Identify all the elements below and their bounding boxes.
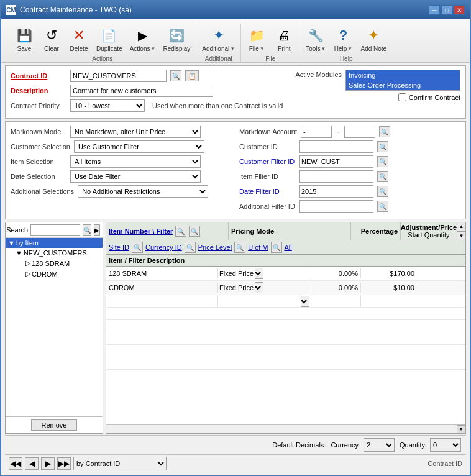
additional-button[interactable]: ✦ Additional ▼ xyxy=(199,24,238,54)
customer-id-label: Customer ID xyxy=(239,143,295,150)
customer-filter-id-lookup-button[interactable]: 🔍 xyxy=(377,156,388,167)
actions-button[interactable]: ▶ Actions ▼ xyxy=(127,24,159,54)
grid-scroll-col: ▲ ▼ xyxy=(457,222,465,240)
remove-button[interactable]: Remove xyxy=(31,419,78,431)
priority-select[interactable]: 10 - Lowest xyxy=(70,99,145,112)
markdown-account-lookup-button[interactable]: 🔍 xyxy=(379,126,390,137)
delete-button[interactable]: ✕ Delete xyxy=(66,24,92,54)
pricing-mode-label: Pricing Mode xyxy=(231,227,274,235)
tree-item-by-item[interactable]: ▼ by Item xyxy=(6,238,103,248)
nav-sort-select[interactable]: by Contract ID xyxy=(73,457,167,470)
customer-filter-id-input[interactable] xyxy=(299,155,373,168)
tree-item-128-sdram[interactable]: ▷ 128 SDRAM xyxy=(23,258,103,268)
priority-label: Contract Priority xyxy=(11,102,66,109)
item-filter-lookup1[interactable]: 🔍 xyxy=(175,226,186,237)
tools-icon: 🔧 xyxy=(306,25,326,45)
quantity-label: Quantity xyxy=(400,441,425,449)
date-selection-select[interactable]: Use Date Filter xyxy=(70,170,201,183)
customer-id-lookup-button[interactable]: 🔍 xyxy=(377,141,388,152)
price-level-lookup[interactable]: 🔍 xyxy=(234,242,245,253)
add-note-label: Add Note xyxy=(360,45,386,52)
tree-new-customers: ▼ NEW_CUSTOMERS ▷ 128 SDRAM ▷ CDROM xyxy=(6,248,103,279)
clear-button[interactable]: ↺ Clear xyxy=(39,24,65,54)
tree-item-new-customers[interactable]: ▼ NEW_CUSTOMERS xyxy=(13,248,103,258)
tree-item-cdrom[interactable]: ▷ CDROM xyxy=(23,268,103,279)
description-input[interactable] xyxy=(70,85,213,97)
active-modules-list[interactable]: Invoicing Sales Order Processing xyxy=(345,70,460,91)
currency-select[interactable]: 2 xyxy=(364,438,395,452)
pricing-mode-select-128sdram[interactable]: ▼ xyxy=(255,268,263,279)
grid-row-empty4 xyxy=(106,332,465,345)
middle-form-section: Markdown Mode No Markdown, alter Unit Pr… xyxy=(5,121,466,219)
additional-selections-select[interactable]: No Additional Restrictions xyxy=(78,185,208,198)
tools-button[interactable]: 🔧 Tools ▼ xyxy=(303,24,329,54)
close-button[interactable]: ✕ xyxy=(454,5,465,15)
pricing-mode-select-cdrom[interactable]: ▼ xyxy=(255,282,263,293)
markdown-account-input1[interactable] xyxy=(301,126,332,138)
contract-id-doc-button[interactable]: 📋 xyxy=(185,70,199,81)
date-filter-id-lookup-button[interactable]: 🔍 xyxy=(377,186,388,197)
scroll-down-button[interactable]: ▼ xyxy=(457,232,465,240)
minimize-button[interactable]: ─ xyxy=(429,5,440,15)
bottom-bar: Default Decimals: Currency 2 Quantity 0 xyxy=(5,435,466,454)
scroll-up-button[interactable]: ▲ xyxy=(457,222,465,232)
search-next-button[interactable]: ▶ xyxy=(94,224,100,236)
grid-scrollbar[interactable]: ▼ xyxy=(106,424,465,433)
help-button[interactable]: ? Help ▼ xyxy=(330,24,356,54)
currency-label: Currency xyxy=(331,441,359,449)
nav-next-button[interactable]: ▶ xyxy=(41,457,55,470)
search-go-button[interactable]: 🔍 xyxy=(83,224,91,236)
search-input[interactable] xyxy=(30,224,80,236)
hscroll-right-button[interactable]: ▼ xyxy=(457,425,465,434)
contract-id-lookup-button[interactable]: 🔍 xyxy=(170,70,181,81)
site-id-lookup[interactable]: 🔍 xyxy=(132,242,143,253)
item-filter-id-input[interactable] xyxy=(299,170,373,183)
customer-filter-id-label[interactable]: Customer Filter ID xyxy=(239,158,295,165)
all-link[interactable]: All xyxy=(285,244,292,251)
title-bar: CM Contract Maintenance - TWO (sa) ─ □ ✕ xyxy=(1,1,470,19)
confirm-contract-checkbox[interactable] xyxy=(398,93,406,101)
help-label: Help xyxy=(334,45,347,52)
u-of-m-lookup[interactable]: 🔍 xyxy=(271,242,282,253)
date-filter-id-label[interactable]: Date Filter ID xyxy=(239,188,295,195)
grid-header-pricing-mode: Pricing Mode xyxy=(229,222,351,240)
currency-id-lookup[interactable]: 🔍 xyxy=(185,242,196,253)
additional-filter-id-lookup-button[interactable]: 🔍 xyxy=(377,201,388,212)
item-filter-lookup2[interactable]: 🔍 xyxy=(189,226,200,237)
start-qty-label: Start Quantity xyxy=(408,231,449,239)
u-of-m-link[interactable]: U of M xyxy=(248,244,268,251)
item-filter-link[interactable]: Item Number \ Filter xyxy=(109,227,173,235)
ribbon-actions-group: 💾 Save ↺ Clear ✕ Delete 📄 Duplicate xyxy=(9,24,196,62)
item-filter-id-lookup-button[interactable]: 🔍 xyxy=(377,171,388,182)
save-button[interactable]: 💾 Save xyxy=(11,24,37,54)
add-note-button[interactable]: ✦ Add Note xyxy=(357,24,390,54)
item-selection-select[interactable]: All Items xyxy=(70,155,201,168)
customer-id-input[interactable] xyxy=(299,140,373,153)
grid-header-row1: Item Number \ Filter 🔍 🔍 Pricing Mode Pe… xyxy=(106,222,465,240)
additional-filter-id-input[interactable] xyxy=(299,200,373,213)
nav-first-button[interactable]: ◀◀ xyxy=(9,457,22,470)
module-invoicing[interactable]: Invoicing xyxy=(346,70,460,80)
nav-prev-button[interactable]: ◀ xyxy=(25,457,39,470)
pricing-mode-select-empty1[interactable] xyxy=(301,296,309,307)
redisplay-button[interactable]: 🔄 Redisplay xyxy=(160,24,193,54)
file-button[interactable]: 📁 File ▼ xyxy=(244,24,270,54)
contract-id-row: Contract ID 🔍 📋 xyxy=(11,70,290,82)
item-filter-id-row: Item Filter ID 🔍 xyxy=(239,170,460,183)
price-level-link[interactable]: Price Level xyxy=(198,244,232,251)
grid-row-empty1 xyxy=(106,295,465,308)
markdown-mode-select[interactable]: No Markdown, alter Unit Price xyxy=(70,126,201,138)
nav-last-button[interactable]: ▶▶ xyxy=(57,457,71,470)
markdown-account-input2[interactable] xyxy=(344,126,375,138)
quantity-select[interactable]: 0 xyxy=(430,438,461,452)
module-sales-order[interactable]: Sales Order Processing xyxy=(346,80,460,90)
file-icon: 📁 xyxy=(247,25,267,45)
duplicate-button[interactable]: 📄 Duplicate xyxy=(93,24,126,54)
customer-selection-select[interactable]: Use Customer Filter xyxy=(74,140,204,153)
maximize-button[interactable]: □ xyxy=(441,5,452,15)
print-button[interactable]: 🖨 Print xyxy=(271,24,297,54)
date-filter-id-input[interactable] xyxy=(299,185,373,198)
currency-id-link[interactable]: Currency ID xyxy=(145,244,182,251)
contract-id-input[interactable] xyxy=(70,70,167,82)
site-id-link[interactable]: Site ID xyxy=(109,244,129,251)
